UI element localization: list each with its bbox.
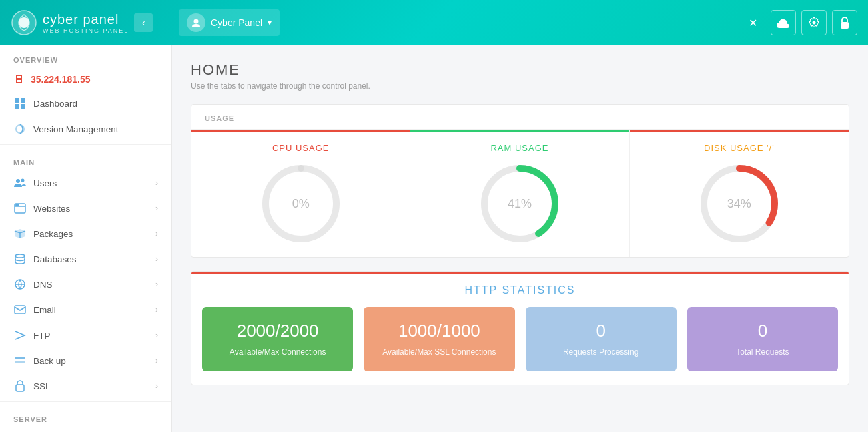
ftp-icon — [13, 329, 27, 342]
logo-text: cyber panel WEB HOSTING PANEL — [43, 12, 129, 34]
logo-sub-title: WEB HOSTING PANEL — [43, 27, 129, 34]
disk-value: 34% — [727, 197, 751, 211]
arrow-icon: › — [155, 331, 158, 340]
sidebar-item-dashboard[interactable]: Dashboard — [0, 91, 171, 116]
http-stat-total-requests: 0 Total Requests — [687, 307, 838, 371]
sidebar-item-tuning[interactable]: Tuning NEW › — [0, 427, 171, 432]
disk-title: DISK USAGE '/' — [643, 143, 835, 153]
cloud-button[interactable] — [771, 10, 796, 35]
svg-rect-7 — [21, 104, 25, 109]
svg-rect-3 — [841, 22, 849, 29]
packages-icon — [13, 227, 27, 240]
sidebar-item-dashboard-label: Dashboard — [33, 99, 77, 109]
sidebar-item-ssl-label: SSL — [33, 381, 51, 391]
databases-icon — [13, 252, 27, 266]
body: OVERVIEW 🖥 35.224.181.55 Dashboard Versi… — [0, 45, 868, 432]
settings-button[interactable] — [801, 10, 827, 35]
http-statistics-card: HTTP STATISTICS 2000/2000 Available/Max … — [191, 271, 849, 385]
overview-section-label: OVERVIEW — [0, 45, 171, 68]
svg-rect-4 — [15, 98, 19, 103]
sidebar: OVERVIEW 🖥 35.224.181.55 Dashboard Versi… — [0, 45, 172, 432]
sidebar-item-version-management[interactable]: Version Management — [0, 116, 171, 142]
arrow-icon: › — [155, 254, 158, 264]
svg-rect-20 — [16, 385, 24, 391]
arrow-icon: › — [155, 356, 158, 365]
collapse-button[interactable]: ‹ — [134, 13, 153, 32]
sidebar-item-websites-label: Websites — [33, 204, 70, 214]
http-stat-ssl: 1000/1000 Available/Max SSL Connections — [364, 307, 514, 371]
http-stat-connections: 2000/2000 Available/Max Connections — [202, 307, 353, 371]
cpu-value: 0% — [292, 197, 310, 211]
version-icon — [13, 122, 27, 136]
chevron-down-icon: ▾ — [268, 18, 272, 27]
ram-value: 41% — [508, 197, 532, 211]
http-stat-requests-processing: 0 Requests Processing — [526, 307, 677, 371]
sidebar-item-websites[interactable]: Websites › — [0, 196, 171, 221]
dns-icon — [13, 278, 27, 291]
user-badge[interactable]: Cyber Panel ▾ — [179, 9, 280, 36]
total-requests-value: 0 — [698, 320, 827, 341]
usage-card: USAGE CPU USAGE 0% RAM USAGE — [191, 104, 849, 258]
svg-point-8 — [16, 179, 20, 183]
avatar — [187, 13, 205, 32]
sidebar-item-version-label: Version Management — [33, 124, 119, 134]
svg-rect-6 — [15, 104, 19, 109]
ssl-icon — [13, 379, 27, 393]
sidebar-item-dns-label: DNS — [33, 280, 53, 290]
main-content: HOME Use the tabs to navigate through th… — [172, 45, 868, 432]
svg-point-14 — [15, 254, 25, 258]
dashboard-icon — [13, 97, 27, 110]
ssl-value: 1000/1000 — [374, 320, 504, 341]
ram-donut: 41% — [480, 164, 560, 244]
requests-processing-value: 0 — [536, 320, 666, 341]
http-grid: 2000/2000 Available/Max Connections 1000… — [191, 307, 849, 385]
sidebar-item-dns[interactable]: DNS › — [0, 272, 171, 297]
sidebar-item-users[interactable]: Users › — [0, 170, 171, 196]
server-section-label: SERVER — [0, 405, 171, 427]
disk-donut: 34% — [699, 164, 779, 244]
websites-icon — [13, 202, 27, 215]
disk-usage-cell: DISK USAGE '/' 34% — [630, 130, 849, 257]
sidebar-item-packages-label: Packages — [33, 229, 73, 239]
sidebar-item-users-label: Users — [33, 178, 57, 188]
arrow-icon: › — [155, 381, 158, 391]
arrow-icon: › — [155, 204, 158, 213]
usage-label: USAGE — [191, 105, 849, 130]
sidebar-divider-1 — [0, 144, 171, 145]
svg-point-13 — [17, 204, 19, 206]
total-requests-label: Total Requests — [698, 347, 827, 358]
page-subtitle: Use the tabs to navigate through the con… — [191, 81, 849, 91]
requests-processing-label: Requests Processing — [536, 347, 666, 358]
monitor-icon: 🖥 — [13, 73, 24, 85]
users-icon — [13, 176, 27, 190]
sidebar-item-databases[interactable]: Databases › — [0, 246, 171, 272]
ip-address-item[interactable]: 🖥 35.224.181.55 — [0, 68, 171, 91]
page-title: HOME — [191, 61, 849, 79]
svg-rect-18 — [15, 357, 25, 359]
svg-point-9 — [21, 179, 25, 182]
svg-rect-19 — [15, 361, 25, 363]
lock-button[interactable] — [832, 10, 857, 35]
main-section-label: MAIN — [0, 148, 171, 170]
arrow-icon: › — [155, 280, 158, 289]
close-button[interactable]: ✕ — [740, 10, 765, 35]
sidebar-item-email-label: Email — [33, 305, 56, 315]
connections-label: Available/Max Connections — [213, 347, 342, 358]
ip-text: 35.224.181.55 — [31, 74, 91, 85]
logo-area: cyber panel WEB HOSTING PANEL ‹ — [11, 9, 171, 36]
header-left: cyber panel WEB HOSTING PANEL ‹ Cyber Pa… — [11, 9, 280, 36]
sidebar-item-ftp-label: FTP — [33, 331, 51, 341]
svg-rect-5 — [21, 98, 25, 103]
sidebar-item-email[interactable]: Email › — [0, 297, 171, 322]
sidebar-item-packages[interactable]: Packages › — [0, 221, 171, 246]
arrow-icon: › — [155, 178, 158, 188]
sidebar-item-backup-label: Back up — [33, 356, 66, 366]
svg-rect-17 — [15, 306, 25, 314]
sidebar-item-backup[interactable]: Back up › — [0, 348, 171, 373]
svg-point-2 — [194, 19, 199, 24]
connections-value: 2000/2000 — [213, 320, 342, 341]
sidebar-item-ftp[interactable]: FTP › — [0, 322, 171, 348]
email-icon — [13, 303, 27, 316]
sidebar-divider-2 — [0, 401, 171, 402]
sidebar-item-ssl[interactable]: SSL › — [0, 373, 171, 399]
